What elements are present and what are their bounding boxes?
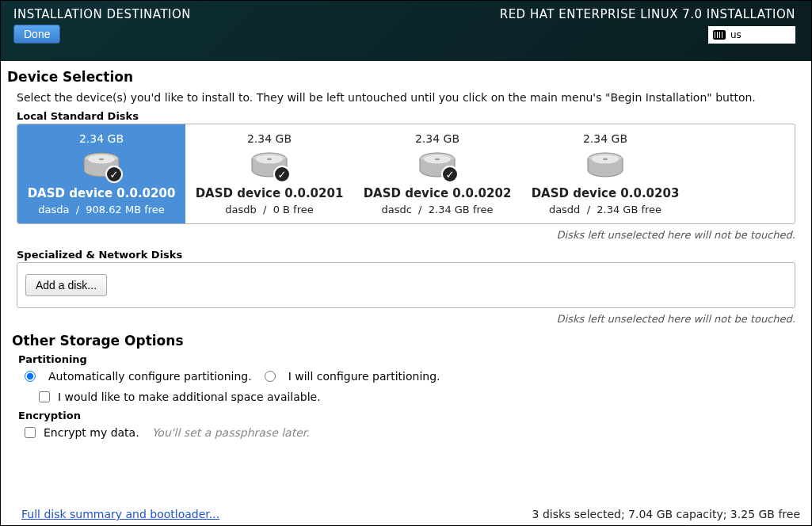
svg-point-8 xyxy=(435,158,440,160)
encrypt-label: Encrypt my data. xyxy=(44,426,139,439)
svg-point-5 xyxy=(267,158,272,160)
disk-icon-wrap: ✓ xyxy=(417,150,457,181)
disk-name: DASD device 0.0.0201 xyxy=(190,186,349,200)
header-right: RED HAT ENTERPRISE LINUX 7.0 INSTALLATIO… xyxy=(500,7,795,55)
product-title: RED HAT ENTERPRISE LINUX 7.0 INSTALLATIO… xyxy=(500,7,795,21)
device-selection-title: Device Selection xyxy=(7,69,805,85)
svg-point-2 xyxy=(99,158,104,160)
full-disk-summary-link[interactable]: Full disk summary and bootloader... xyxy=(21,508,219,520)
disk-name: DASD device 0.0.0200 xyxy=(22,186,181,200)
local-disks-label: Local Standard Disks xyxy=(17,110,805,122)
disk-status-text: 3 disks selected; 7.04 GB capacity; 3.25… xyxy=(532,508,800,520)
disk-icon-wrap: ✓ xyxy=(250,150,289,181)
encrypt-checkbox[interactable] xyxy=(25,427,36,438)
keyboard-layout-label: us xyxy=(730,29,741,40)
encrypt-hint: You'll set a passphrase later. xyxy=(152,426,310,439)
disk-item[interactable]: 2.34 GB ✓ DASD device 0.0.0201 dasdb / 0… xyxy=(185,124,353,223)
check-icon: ✓ xyxy=(441,166,459,183)
disk-size: 2.34 GB xyxy=(190,132,349,145)
check-icon: ✓ xyxy=(105,166,123,183)
add-disk-button[interactable]: Add a disk... xyxy=(25,274,107,296)
disk-item[interactable]: 2.34 GB ✓ DASD device 0.0.0202 dasdc / 2… xyxy=(353,124,521,223)
local-disks-hint: Disks left unselected here will not be t… xyxy=(7,229,795,241)
disk-size: 2.34 GB xyxy=(526,132,684,145)
svg-point-11 xyxy=(603,158,608,160)
partitioning-label: Partitioning xyxy=(18,353,805,365)
specialized-disks-frame: Add a disk... xyxy=(17,262,795,308)
manual-partition-label: I will configure partitioning. xyxy=(288,370,440,383)
disk-info: dasdd / 2.34 GB free xyxy=(526,204,684,215)
keyboard-icon xyxy=(713,30,726,40)
disk-size: 2.34 GB xyxy=(22,132,181,145)
disk-name: DASD device 0.0.0203 xyxy=(526,186,684,200)
disk-info: dasdc / 2.34 GB free xyxy=(358,204,517,215)
keyboard-layout-selector[interactable]: us xyxy=(708,26,795,44)
disk-item[interactable]: 2.34 GB ✓ DASD device 0.0.0200 dasda / 9… xyxy=(17,124,185,223)
manual-partition-radio[interactable] xyxy=(265,371,276,382)
device-selection-intro: Select the device(s) you'd like to insta… xyxy=(17,91,805,104)
disk-name: DASD device 0.0.0202 xyxy=(358,186,517,200)
local-disks-frame: 2.34 GB ✓ DASD device 0.0.0200 dasda / 9… xyxy=(17,124,795,224)
footer-bar: Full disk summary and bootloader... 3 di… xyxy=(1,508,811,520)
specialized-disks-label: Specialized & Network Disks xyxy=(17,249,805,261)
disk-item[interactable]: 2.34 GB DASD device 0.0.0203 dasdd / 2.3… xyxy=(521,124,689,223)
specialized-disks-hint: Disks left unselected here will not be t… xyxy=(7,313,795,325)
disk-icon-wrap xyxy=(585,150,625,181)
additional-space-row: I would like to make additional space av… xyxy=(39,391,805,403)
disk-drive-icon xyxy=(585,150,625,181)
additional-space-label: I would like to make additional space av… xyxy=(58,391,321,403)
header-bar: INSTALLATION DESTINATION Done RED HAT EN… xyxy=(1,1,811,61)
disk-info: dasdb / 0 B free xyxy=(190,204,349,215)
additional-space-checkbox[interactable] xyxy=(39,391,50,402)
auto-partition-label: Automatically configure partitioning. xyxy=(48,370,252,383)
header-left: INSTALLATION DESTINATION Done xyxy=(13,7,191,55)
main-content: Device Selection Select the device(s) yo… xyxy=(1,61,811,503)
check-icon: ✓ xyxy=(273,166,291,183)
disk-icon-wrap: ✓ xyxy=(82,150,121,181)
page-title: INSTALLATION DESTINATION xyxy=(13,7,191,21)
auto-partition-radio[interactable] xyxy=(25,371,36,382)
encrypt-row: Encrypt my data. You'll set a passphrase… xyxy=(25,426,805,439)
other-options-title: Other Storage Options xyxy=(12,333,805,349)
disk-size: 2.34 GB xyxy=(358,132,517,145)
partitioning-radios: Automatically configure partitioning. I … xyxy=(25,370,805,383)
disk-info: dasda / 908.62 MB free xyxy=(22,204,181,215)
encryption-label: Encryption xyxy=(18,410,805,421)
done-button[interactable]: Done xyxy=(13,25,60,44)
